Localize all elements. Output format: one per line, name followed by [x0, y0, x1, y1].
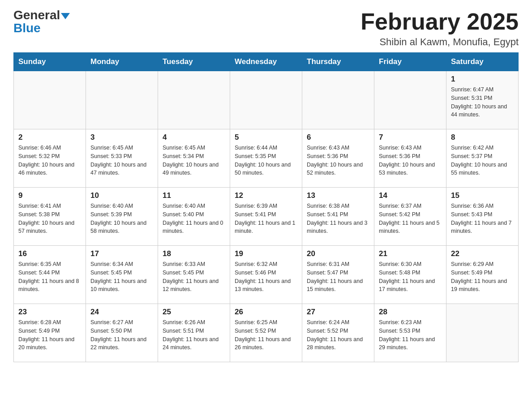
day-info-line: Daylight: 10 hours and 57 minutes.	[18, 220, 74, 235]
day-info-line: Daylight: 11 hours and 26 minutes.	[235, 336, 291, 351]
table-row	[86, 71, 158, 129]
day-number: 27	[307, 308, 369, 317]
table-row: 28Sunrise: 6:23 AMSunset: 5:53 PMDayligh…	[374, 304, 446, 362]
day-info-line: Sunrise: 6:27 AM	[90, 319, 133, 325]
day-info-line: Sunrise: 6:25 AM	[235, 319, 277, 325]
calendar-header-row: Sunday Monday Tuesday Wednesday Thursday…	[14, 53, 519, 71]
day-info-line: Daylight: 10 hours and 47 minutes.	[90, 162, 146, 176]
day-info-line: Sunset: 5:39 PM	[90, 211, 132, 218]
calendar-week-row: 23Sunrise: 6:28 AMSunset: 5:49 PMDayligh…	[14, 304, 519, 362]
table-row: 21Sunrise: 6:30 AMSunset: 5:48 PMDayligh…	[374, 246, 446, 304]
day-number: 8	[451, 133, 514, 142]
day-info-line: Sunset: 5:36 PM	[379, 153, 420, 159]
table-row: 17Sunrise: 6:34 AMSunset: 5:45 PMDayligh…	[86, 246, 158, 304]
day-info-line: Daylight: 11 hours and 29 minutes.	[379, 336, 435, 351]
day-info-line: Daylight: 11 hours and 15 minutes.	[307, 278, 363, 293]
day-info-line: Sunset: 5:42 PM	[379, 211, 420, 218]
day-info-line: Daylight: 10 hours and 53 minutes.	[379, 162, 435, 176]
day-info-line: Sunrise: 6:24 AM	[307, 319, 349, 325]
logo-arrow-icon	[61, 13, 70, 19]
day-info: Sunrise: 6:31 AMSunset: 5:47 PMDaylight:…	[307, 260, 369, 294]
day-info-line: Sunset: 5:41 PM	[307, 211, 348, 218]
day-info-line: Daylight: 11 hours and 8 minutes.	[18, 278, 79, 293]
day-info-line: Daylight: 11 hours and 17 minutes.	[379, 278, 435, 293]
table-row: 26Sunrise: 6:25 AMSunset: 5:52 PMDayligh…	[230, 304, 302, 362]
col-monday: Monday	[86, 53, 158, 71]
day-info-line: Sunrise: 6:28 AM	[18, 319, 61, 325]
day-info-line: Sunset: 5:33 PM	[90, 153, 132, 159]
day-info-line: Daylight: 10 hours and 44 minutes.	[451, 103, 507, 118]
table-row: 7Sunrise: 6:43 AMSunset: 5:36 PMDaylight…	[374, 129, 446, 188]
day-info: Sunrise: 6:35 AMSunset: 5:44 PMDaylight:…	[18, 260, 81, 294]
table-row: 6Sunrise: 6:43 AMSunset: 5:36 PMDaylight…	[302, 129, 374, 188]
page-header: General Blue February 2025 Shibin al Kaw…	[13, 9, 519, 48]
day-info: Sunrise: 6:40 AMSunset: 5:39 PMDaylight:…	[90, 202, 153, 235]
table-row: 3Sunrise: 6:45 AMSunset: 5:33 PMDaylight…	[86, 129, 158, 188]
day-info: Sunrise: 6:45 AMSunset: 5:33 PMDaylight:…	[90, 144, 153, 177]
day-info-line: Sunset: 5:50 PM	[90, 328, 132, 334]
day-info-line: Sunset: 5:52 PM	[235, 328, 276, 334]
day-info-line: Daylight: 11 hours and 10 minutes.	[90, 278, 146, 293]
day-info: Sunrise: 6:43 AMSunset: 5:36 PMDaylight:…	[307, 144, 369, 177]
day-info: Sunrise: 6:25 AMSunset: 5:52 PMDaylight:…	[235, 318, 297, 352]
day-info-line: Daylight: 11 hours and 24 minutes.	[163, 336, 219, 351]
day-info-line: Daylight: 11 hours and 12 minutes.	[163, 278, 219, 293]
day-info-line: Sunset: 5:51 PM	[163, 328, 204, 334]
day-info: Sunrise: 6:41 AMSunset: 5:38 PMDaylight:…	[18, 202, 81, 235]
day-info-line: Daylight: 10 hours and 58 minutes.	[90, 220, 146, 235]
col-saturday: Saturday	[446, 53, 519, 71]
day-info-line: Sunset: 5:40 PM	[163, 211, 204, 218]
logo-text-line2: Blue	[13, 21, 41, 35]
day-info-line: Sunrise: 6:37 AM	[379, 203, 421, 209]
day-number: 9	[18, 191, 81, 200]
table-row: 16Sunrise: 6:35 AMSunset: 5:44 PMDayligh…	[14, 246, 86, 304]
day-info-line: Daylight: 11 hours and 5 minutes.	[379, 220, 440, 235]
day-number: 26	[235, 308, 297, 317]
day-info: Sunrise: 6:32 AMSunset: 5:46 PMDaylight:…	[235, 260, 297, 294]
table-row: 25Sunrise: 6:26 AMSunset: 5:51 PMDayligh…	[158, 304, 230, 362]
day-number: 17	[90, 249, 153, 258]
day-number: 14	[379, 191, 442, 200]
day-info: Sunrise: 6:40 AMSunset: 5:40 PMDaylight:…	[163, 202, 225, 235]
day-info: Sunrise: 6:23 AMSunset: 5:53 PMDaylight:…	[379, 318, 442, 352]
calendar-week-row: 9Sunrise: 6:41 AMSunset: 5:38 PMDaylight…	[14, 188, 519, 246]
table-row: 13Sunrise: 6:38 AMSunset: 5:41 PMDayligh…	[302, 188, 374, 246]
day-info-line: Sunset: 5:43 PM	[451, 211, 492, 218]
table-row	[302, 71, 374, 129]
table-row	[14, 71, 86, 129]
day-info-line: Sunrise: 6:43 AM	[307, 145, 349, 151]
day-info: Sunrise: 6:45 AMSunset: 5:34 PMDaylight:…	[163, 144, 225, 177]
day-info-line: Sunrise: 6:26 AM	[163, 319, 205, 325]
day-number: 24	[90, 308, 153, 317]
logo-text-line1: General	[13, 9, 70, 21]
day-number: 22	[451, 249, 514, 258]
calendar-week-row: 2Sunrise: 6:46 AMSunset: 5:32 PMDaylight…	[14, 129, 519, 188]
table-row: 2Sunrise: 6:46 AMSunset: 5:32 PMDaylight…	[14, 129, 86, 188]
day-info-line: Sunset: 5:36 PM	[307, 153, 348, 159]
day-info-line: Sunrise: 6:41 AM	[18, 203, 61, 209]
day-info-line: Sunset: 5:47 PM	[307, 270, 348, 276]
day-info-line: Sunrise: 6:23 AM	[379, 319, 421, 325]
day-info-line: Sunrise: 6:45 AM	[90, 145, 133, 151]
day-info-line: Daylight: 11 hours and 19 minutes.	[451, 278, 507, 293]
day-info-line: Sunset: 5:45 PM	[90, 270, 132, 276]
day-info: Sunrise: 6:38 AMSunset: 5:41 PMDaylight:…	[307, 202, 369, 235]
day-info-line: Sunset: 5:35 PM	[235, 153, 276, 159]
table-row	[446, 304, 519, 362]
table-row: 1Sunrise: 6:47 AMSunset: 5:31 PMDaylight…	[446, 71, 519, 129]
day-number: 21	[379, 249, 442, 258]
calendar-table: Sunday Monday Tuesday Wednesday Thursday…	[13, 52, 519, 362]
day-info-line: Sunrise: 6:38 AM	[307, 203, 349, 209]
table-row: 15Sunrise: 6:36 AMSunset: 5:43 PMDayligh…	[446, 188, 519, 246]
title-block: February 2025 Shibin al Kawm, Monufia, E…	[360, 9, 519, 48]
day-info-line: Sunset: 5:31 PM	[451, 95, 492, 101]
day-info-line: Sunrise: 6:45 AM	[163, 145, 205, 151]
day-info: Sunrise: 6:34 AMSunset: 5:45 PMDaylight:…	[90, 260, 153, 294]
day-info-line: Daylight: 10 hours and 46 minutes.	[18, 162, 74, 176]
day-number: 12	[235, 191, 297, 200]
day-info-line: Sunrise: 6:44 AM	[235, 145, 277, 151]
table-row: 24Sunrise: 6:27 AMSunset: 5:50 PMDayligh…	[86, 304, 158, 362]
day-info-line: Sunrise: 6:29 AM	[451, 261, 493, 267]
day-info: Sunrise: 6:36 AMSunset: 5:43 PMDaylight:…	[451, 202, 514, 235]
day-info-line: Sunrise: 6:33 AM	[163, 261, 205, 267]
